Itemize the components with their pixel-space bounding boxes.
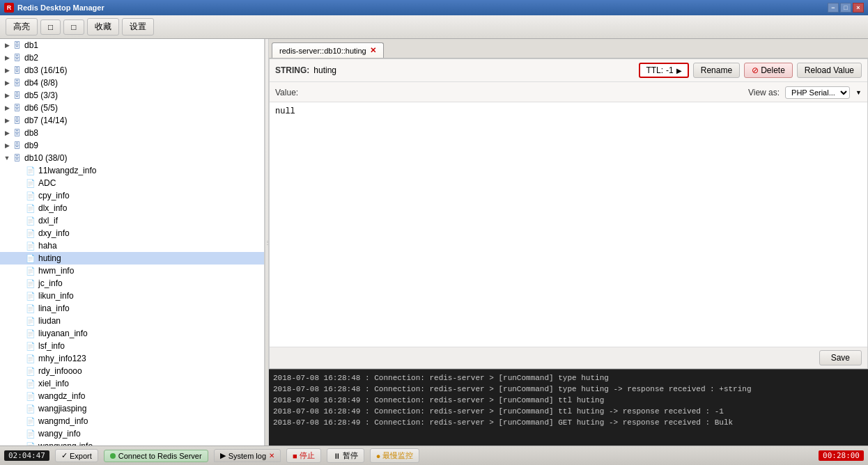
key-name-display: huting: [313, 65, 635, 75]
tree-item-jc_info[interactable]: 📄jc_info: [0, 277, 264, 290]
tree-item-wangjiasping[interactable]: 📄wangjiasping: [0, 402, 264, 415]
close-button[interactable]: ×: [853, 3, 864, 13]
tree-arrow-mhy_info123: [17, 354, 25, 363]
value-label: Value:: [275, 88, 298, 97]
toolbar-favorite-btn[interactable]: 收藏: [87, 18, 119, 36]
tree-item-dxl_if[interactable]: 📄dxl_if: [0, 214, 264, 227]
tree-label-haha: haha: [38, 241, 57, 251]
tab-huting[interactable]: redis-server::db10::huting ✕: [272, 42, 384, 58]
tree-item-wangmd_info[interactable]: 📄wangmd_info: [0, 415, 264, 427]
view-as-select[interactable]: PHP Serial... Plain Text JSON Hex: [785, 86, 850, 99]
toolbar-settings-btn[interactable]: 设置: [122, 18, 154, 36]
tree-item-liudan[interactable]: 📄liudan: [0, 315, 264, 327]
status-time: 02:04:47: [4, 450, 49, 461]
folder-icon-db7: 🗄: [11, 116, 22, 125]
folder-icon-dxl_if: 📄: [25, 216, 36, 225]
tree-item-dlx_info[interactable]: 📄dlx_info: [0, 202, 264, 214]
toolbar-btn3[interactable]: □: [63, 19, 84, 35]
log-line: 2018-07-08 16:28:49 : Connection: redis-…: [273, 417, 864, 428]
tree-item-db6[interactable]: ▶🗄db6 (5/5): [0, 102, 264, 114]
log-line: 2018-07-08 16:28:49 : Connection: redis-…: [273, 406, 864, 417]
minimize-button[interactable]: −: [828, 3, 839, 13]
tree-label-liudan: liudan: [38, 316, 61, 326]
connect-server-button[interactable]: Connect to Redis Server: [104, 450, 208, 462]
system-log-tab[interactable]: ▶ System log ✕: [214, 449, 281, 462]
toolbar-btn2[interactable]: □: [40, 19, 61, 35]
rename-button[interactable]: Rename: [693, 63, 740, 78]
folder-icon-lsf_info: 📄: [25, 342, 36, 350]
delete-button[interactable]: ⊘ Delete: [744, 63, 793, 78]
tree-item-db7[interactable]: ▶🗄db7 (14/14): [0, 114, 264, 127]
tree-item-hwm_info[interactable]: 📄hwm_info: [0, 265, 264, 277]
tree-item-haha[interactable]: 📄haha: [0, 239, 264, 252]
tree-item-likun_info[interactable]: 📄likun_info: [0, 290, 264, 302]
tree-label-ADC: ADC: [38, 178, 56, 188]
tree-item-mhy_info123[interactable]: 📄mhy_info123: [0, 352, 264, 365]
tree-item-db8[interactable]: ▶🗄db8: [0, 127, 264, 139]
reload-button[interactable]: Reload Value: [797, 63, 862, 78]
tree-label-db9: db9: [24, 141, 38, 150]
folder-icon-db2: 🗄: [11, 54, 22, 62]
tree-item-rdy_infoooo[interactable]: 📄rdy_infoooo: [0, 365, 264, 377]
tree-item-db9[interactable]: ▶🗄db9: [0, 139, 264, 152]
tree-label-11lwangdz_info: 11lwangdz_info: [38, 166, 96, 175]
tree-item-11lwangdz_info[interactable]: 📄11lwangdz_info: [0, 164, 264, 177]
log-line: 2018-07-08 16:28:48 : Connection: redis-…: [273, 384, 864, 395]
save-button[interactable]: Save: [819, 350, 862, 365]
tree-item-db10[interactable]: ▼🗄db10 (38/0): [0, 152, 264, 164]
toolbar-highlight-btn[interactable]: 高亮: [6, 18, 38, 36]
syslog-close-icon[interactable]: ✕: [269, 452, 274, 459]
tree-arrow-db1: ▶: [3, 41, 11, 49]
tree-item-lina_info[interactable]: 📄lina_info: [0, 302, 264, 315]
folder-icon-xiel_info: 📄: [25, 379, 36, 388]
tree-arrow-db6: ▶: [3, 104, 11, 112]
folder-icon-dxy_info: 📄: [25, 229, 36, 237]
tree-arrow-db10: ▼: [3, 154, 11, 162]
folder-icon-wangmd_info: 📄: [25, 417, 36, 425]
left-panel: ▶🗄db1▶🗄db2▶🗄db3 (16/16)▶🗄db4 (8/8)▶🗄db5 …: [0, 39, 265, 446]
syslog-label: System log: [228, 452, 266, 460]
tree-item-wangdz_info[interactable]: 📄wangdz_info: [0, 390, 264, 402]
tree-item-wangy_info[interactable]: 📄wangy_info: [0, 427, 264, 440]
tree-arrow-wangmd_info: [17, 417, 25, 425]
folder-icon-lina_info: 📄: [25, 304, 36, 313]
folder-icon-dlx_info: 📄: [25, 204, 36, 212]
tree-item-db3[interactable]: ▶🗄db3 (16/16): [0, 64, 264, 77]
tree-arrow-jc_info: [17, 279, 25, 287]
tree-item-db1[interactable]: ▶🗄db1: [0, 39, 264, 52]
record-button[interactable]: ● 最慢监控: [370, 448, 420, 463]
tree-item-db2[interactable]: ▶🗄db2: [0, 52, 264, 64]
tree-item-liuyanan_info[interactable]: 📄liuyanan_info: [0, 327, 264, 340]
tree-item-wangyang-info[interactable]: 📄wangyang-info: [0, 440, 264, 446]
tree-arrow-wangjiasping: [17, 404, 25, 413]
folder-icon-db6: 🗄: [11, 104, 22, 112]
tree-item-xiel_info[interactable]: 📄xiel_info: [0, 377, 264, 390]
tree-item-dxy_info[interactable]: 📄dxy_info: [0, 227, 264, 239]
tab-bar: redis-server::db10::huting ✕: [269, 39, 868, 58]
folder-icon-ADC: 📄: [25, 179, 36, 187]
tree-arrow-db7: ▶: [3, 116, 11, 125]
maximize-button[interactable]: □: [840, 3, 851, 13]
tree-item-lsf_info[interactable]: 📄lsf_info: [0, 340, 264, 352]
folder-icon-wangy_info: 📄: [25, 429, 36, 438]
tree-arrow-rdy_infoooo: [17, 367, 25, 375]
tree-item-huting[interactable]: 📄huting: [0, 252, 264, 265]
folder-icon-wangyang-info: 📄: [25, 442, 36, 446]
tree-item-db4[interactable]: ▶🗄db4 (8/8): [0, 77, 264, 89]
tree-item-cpy_info[interactable]: 📄cpy_info: [0, 189, 264, 202]
folder-icon-db5: 🗄: [11, 91, 22, 100]
ttl-box[interactable]: TTL: -1 ▶: [639, 63, 688, 78]
export-button[interactable]: ✓ Export: [55, 449, 98, 462]
tree-item-ADC[interactable]: 📄ADC: [0, 177, 264, 189]
pause-button[interactable]: ⏸ 暂停: [327, 448, 364, 463]
tree-label-lsf_info: lsf_info: [38, 341, 65, 351]
folder-icon-11lwangdz_info: 📄: [25, 166, 36, 175]
tab-close-icon[interactable]: ✕: [370, 47, 376, 54]
tree-arrow-haha: [17, 242, 25, 250]
value-editor[interactable]: null: [270, 102, 867, 347]
stop-button[interactable]: ■ 停止: [286, 448, 321, 463]
ttl-cursor: ▶: [676, 67, 682, 74]
tree-item-db5[interactable]: ▶🗄db5 (3/3): [0, 89, 264, 102]
folder-icon-wangdz_info: 📄: [25, 392, 36, 400]
tree-arrow-liuyanan_info: [17, 329, 25, 338]
